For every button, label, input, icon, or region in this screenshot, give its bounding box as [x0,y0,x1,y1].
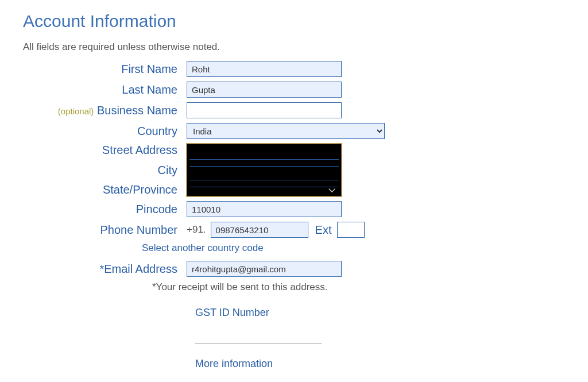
business-name-input[interactable] [187,102,342,118]
gst-id-label: GST ID Number [195,307,565,319]
country-select[interactable]: India [187,123,385,139]
ext-input[interactable] [337,222,365,238]
business-name-row: (optional) Business Name [23,102,565,118]
pincode-label: Pincode [23,203,187,216]
pincode-row: Pincode [23,201,565,217]
business-name-label-text: Business Name [97,104,177,117]
phone-prefix: +91. [187,224,206,236]
ext-label: Ext [315,223,332,237]
email-label: *Email Address [23,263,187,276]
phone-label: Phone Number [23,223,187,237]
street-address-label: Street Address [23,144,177,157]
optional-tag: (optional) [58,106,94,116]
country-label: Country [23,125,187,138]
address-block-row: Street Address City State/Province [23,144,565,196]
city-label: City [23,164,177,177]
gst-id-input[interactable] [195,330,322,344]
last-name-input[interactable] [187,82,342,98]
page-title: Account Information [23,11,565,31]
last-name-label: Last Name [23,83,187,97]
state-province-label: State/Province [23,183,177,196]
business-name-label: (optional) Business Name [23,104,187,117]
more-information-link[interactable]: More information [195,358,273,370]
phone-input[interactable] [211,222,308,238]
required-fields-note: All fields are required unless otherwise… [23,41,565,53]
country-row: Country India [23,123,565,139]
select-country-code-link[interactable]: Select another country code [142,242,264,253]
phone-row: Phone Number +91. Ext [23,222,565,238]
pincode-input[interactable] [187,201,342,217]
redacted-address-block[interactable] [187,144,342,196]
email-row: *Email Address [23,261,565,277]
email-input[interactable] [187,261,342,277]
receipt-note: *Your receipt will be sent to this addre… [152,281,328,292]
last-name-row: Last Name [23,82,565,98]
first-name-row: First Name [23,61,565,77]
first-name-input[interactable] [187,61,342,77]
first-name-label: First Name [23,63,187,76]
